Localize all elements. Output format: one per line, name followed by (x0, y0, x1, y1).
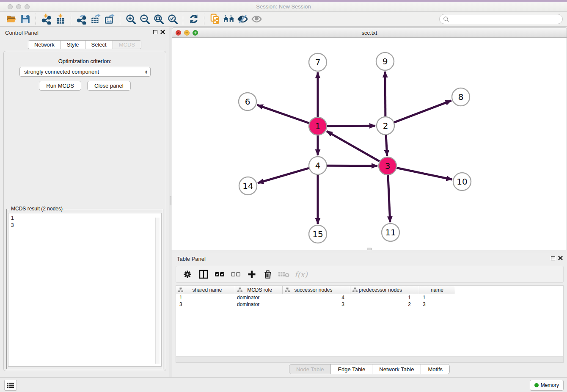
import-network-icon[interactable] (41, 14, 52, 25)
graph-edge-3-1[interactable] (327, 131, 380, 161)
task-history-button[interactable] (4, 380, 17, 391)
graph-node-label-11: 11 (385, 227, 396, 237)
column-header-mcds-role[interactable]: MCDS role (235, 286, 283, 294)
result-item[interactable]: 1 (11, 215, 159, 222)
main-toolbar (0, 12, 567, 27)
criterion-dropdown[interactable]: strongly connected component ▲▼ (19, 67, 151, 77)
graph-node-label-1: 1 (315, 121, 321, 131)
show-column-icon[interactable] (197, 268, 210, 281)
tab-node-table[interactable]: Node Table (289, 364, 331, 374)
save-session-icon[interactable] (19, 14, 31, 25)
criterion-value: strongly connected component (24, 69, 99, 75)
window-title: Session: New Session (0, 3, 567, 10)
column-header-shared-name[interactable]: shared name (176, 286, 235, 294)
run-mcds-button[interactable]: Run MCDS (39, 81, 81, 91)
mcds-result-fieldset: MCDS result (2 nodes) 1 3 (6, 209, 163, 369)
tab-edge-table[interactable]: Edge Table (331, 364, 372, 374)
hide-selected-eye-icon[interactable] (237, 14, 248, 25)
graph-edge-1-2[interactable] (327, 126, 375, 126)
float-table-panel-icon[interactable] (551, 256, 555, 260)
graph-node-label-15: 15 (312, 229, 323, 239)
search-box[interactable] (439, 14, 563, 24)
column-header-predecessor-nodes[interactable]: predecessor nodes (350, 286, 419, 294)
zoom-in-icon[interactable] (125, 14, 136, 25)
search-input[interactable] (449, 16, 559, 22)
control-panel-title: Control Panel (5, 30, 39, 36)
network-view-window: scc.txt 7968124314101511 (172, 28, 567, 250)
graph-edge-3-10[interactable] (397, 168, 452, 180)
titlebar[interactable]: Session: New Session (0, 2, 567, 12)
export-table-icon[interactable] (90, 14, 101, 25)
graph-edge-4-3[interactable] (327, 166, 377, 166)
close-panel-icon[interactable] (160, 30, 165, 34)
memory-label: Memory (541, 382, 559, 388)
tree-icon (352, 287, 358, 293)
mcds-result-list[interactable]: 1 3 (8, 213, 162, 367)
canvas-resize-grip[interactable] (367, 248, 372, 250)
network-canvas[interactable]: 7968124314101511 (172, 38, 567, 250)
refresh-view-icon[interactable] (188, 14, 199, 25)
float-panel-icon[interactable] (153, 30, 157, 34)
settings-gear-icon[interactable] (181, 268, 194, 281)
import-table-icon[interactable] (55, 14, 66, 25)
delete-table-icon (278, 268, 290, 281)
tab-motifs[interactable]: Motifs (421, 364, 449, 374)
zoom-out-icon[interactable] (139, 14, 150, 25)
clone-network-icon[interactable] (209, 14, 220, 25)
column-header-successor-nodes[interactable]: successor nodes (283, 286, 350, 294)
tab-network[interactable]: Network (28, 41, 61, 49)
network-window-title: scc.txt (172, 30, 567, 36)
tab-style[interactable]: Style (61, 41, 85, 49)
table-horizontal-scrollbar[interactable] (176, 356, 564, 363)
close-panel-button[interactable]: Close panel (87, 81, 131, 91)
add-row-icon[interactable] (245, 268, 258, 281)
column-header-name[interactable]: name (419, 286, 455, 294)
optimization-criterion-label: Optimization criterion: (4, 58, 166, 64)
memory-button[interactable]: Memory (530, 380, 564, 391)
select-all-icon[interactable] (213, 268, 226, 281)
toolbar-separator (71, 14, 71, 25)
tree-icon (237, 287, 242, 293)
open-folder-icon[interactable] (6, 14, 17, 25)
graph-node-label-8: 8 (458, 92, 464, 102)
mcds-result-legend: MCDS result (2 nodes) (9, 206, 64, 212)
table-row[interactable]: 1 dominator 4 1 1 (176, 294, 563, 301)
tab-select[interactable]: Select (85, 41, 113, 49)
export-image-icon[interactable] (104, 14, 115, 25)
splitter-grip[interactable] (170, 196, 171, 205)
delete-row-trash-icon[interactable] (261, 268, 274, 281)
tab-mcds[interactable]: MCDS (113, 41, 141, 49)
graph-edge-2-8[interactable] (394, 101, 451, 123)
node-table[interactable]: shared name MCDS role successor nodes pr… (176, 285, 564, 356)
table-row[interactable]: 3 dominator 3 2 3 (176, 301, 563, 308)
unselect-all-icon[interactable] (229, 268, 242, 281)
dropdown-stepper-icon: ▲▼ (145, 70, 148, 74)
graph-edge-3-11[interactable] (388, 175, 390, 222)
network-window-titlebar[interactable]: scc.txt (172, 28, 567, 38)
graph-node-label-9: 9 (383, 56, 388, 66)
graph-edge-1-6[interactable] (257, 105, 309, 123)
toolbar-separator (183, 14, 183, 25)
export-network-icon[interactable] (76, 14, 87, 25)
show-all-eye-icon[interactable] (251, 14, 262, 25)
table-tabbar: Node Table Edge Table Network Table Moti… (289, 364, 450, 374)
first-neighbors-icon[interactable] (223, 14, 234, 25)
control-panel: Control Panel Network Style Select MCDS … (0, 27, 169, 377)
graph-node-label-7: 7 (315, 57, 321, 67)
graph-edge-2-3[interactable] (386, 135, 387, 156)
function-builder-icon: f(x) (295, 270, 308, 279)
network-graph[interactable]: 7968124314101511 (172, 38, 567, 250)
result-scrollbar[interactable] (155, 218, 160, 364)
close-table-panel-icon[interactable] (558, 256, 563, 260)
table-panel-title: Table Panel (177, 256, 206, 262)
zoom-fit-icon[interactable] (153, 14, 164, 25)
mcds-tab-content: Optimization criterion: strongly connect… (3, 51, 166, 371)
graph-edge-4-14[interactable] (258, 168, 309, 183)
tree-icon (285, 287, 290, 293)
result-item[interactable]: 3 (11, 222, 159, 229)
zoom-selected-icon[interactable] (167, 14, 178, 25)
search-icon (443, 16, 449, 22)
tab-network-table[interactable]: Network Table (372, 364, 421, 374)
graph-edge-2-9[interactable] (385, 72, 385, 116)
control-panel-tabbar: Network Style Select MCDS (28, 40, 141, 49)
